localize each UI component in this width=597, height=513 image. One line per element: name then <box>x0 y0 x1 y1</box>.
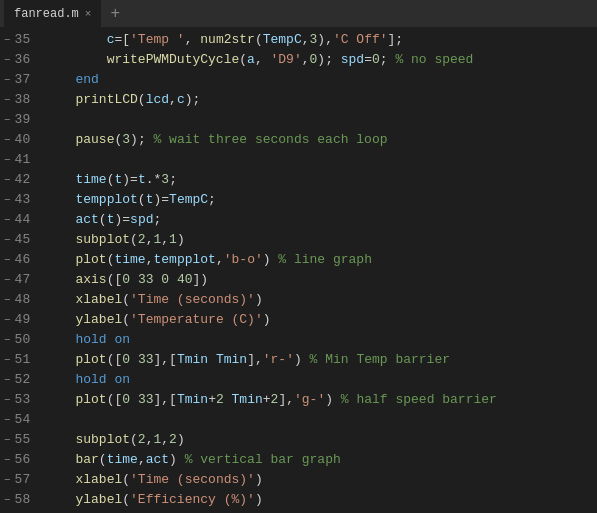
code-line-58: ylabel('Efficiency (%)') <box>44 490 597 510</box>
ln-54: −54 <box>4 410 30 430</box>
code-line-56: bar(time,act) % vertical bar graph <box>44 450 597 470</box>
code-line-53: plot([0 33],[Tmin+2 Tmin+2],'g-') % half… <box>44 390 597 410</box>
code-line-38: printLCD(lcd,c); <box>44 90 597 110</box>
ln-53: −53 <box>4 390 30 410</box>
ln-47: −47 <box>4 270 30 290</box>
code-line-36: writePWMDutyCycle(a, 'D9',0); spd=0; % n… <box>44 50 597 70</box>
ln-37: −37 <box>4 70 30 90</box>
ln-55: −55 <box>4 430 30 450</box>
ln-38: −38 <box>4 90 30 110</box>
ln-45: −45 <box>4 230 30 250</box>
code-line-57: xlabel('Time (seconds)') <box>44 470 597 490</box>
ln-36: −36 <box>4 50 30 70</box>
tab-fanread[interactable]: fanread.m × <box>4 0 102 28</box>
code-line-44: act(t)=spd; <box>44 210 597 230</box>
code-line-55: subplot(2,1,2) <box>44 430 597 450</box>
ln-51: −51 <box>4 350 30 370</box>
ln-40: −40 <box>4 130 30 150</box>
close-icon[interactable]: × <box>85 8 92 20</box>
ln-58: −58 <box>4 490 30 510</box>
ln-49: −49 <box>4 310 30 330</box>
ln-46: −46 <box>4 250 30 270</box>
ln-35: −35 <box>4 30 30 50</box>
code-line-46: plot(time,tempplot,'b-o') % line graph <box>44 250 597 270</box>
tab-bar: fanread.m × + <box>0 0 597 28</box>
ln-42: −42 <box>4 170 30 190</box>
ln-57: −57 <box>4 470 30 490</box>
ln-39: −39 <box>4 110 30 130</box>
tab-label: fanread.m <box>14 7 79 21</box>
code-line-39 <box>44 110 597 130</box>
code-line-35: c=['Temp ', num2str(TempC,3),'C Off']; <box>44 30 597 50</box>
code-line-45: subplot(2,1,1) <box>44 230 597 250</box>
code-line-51: plot([0 33],[Tmin Tmin],'r-') % Min Temp… <box>44 350 597 370</box>
code-area[interactable]: c=['Temp ', num2str(TempC,3),'C Off']; w… <box>38 28 597 513</box>
code-line-40: pause(3); % wait three seconds each loop <box>44 130 597 150</box>
code-line-43: tempplot(t)=TempC; <box>44 190 597 210</box>
code-line-50: hold on <box>44 330 597 350</box>
code-line-42: time(t)=t.*3; <box>44 170 597 190</box>
code-line-47: axis([0 33 0 40]) <box>44 270 597 290</box>
code-line-41 <box>44 150 597 170</box>
line-numbers: −35 −36 −37 −38 −39 −40 −41 −42 −43 −44 … <box>0 28 38 513</box>
ln-41: −41 <box>4 150 30 170</box>
code-line-52: hold on <box>44 370 597 390</box>
code-line-54 <box>44 410 597 430</box>
ln-43: −43 <box>4 190 30 210</box>
ln-56: −56 <box>4 450 30 470</box>
new-tab-button[interactable]: + <box>102 0 128 28</box>
code-line-48: xlabel('Time (seconds)') <box>44 290 597 310</box>
code-line-49: ylabel('Temperature (C)') <box>44 310 597 330</box>
editor: −35 −36 −37 −38 −39 −40 −41 −42 −43 −44 … <box>0 28 597 513</box>
code-line-37: end <box>44 70 597 90</box>
ln-52: −52 <box>4 370 30 390</box>
ln-48: −48 <box>4 290 30 310</box>
ln-44: −44 <box>4 210 30 230</box>
ln-50: −50 <box>4 330 30 350</box>
